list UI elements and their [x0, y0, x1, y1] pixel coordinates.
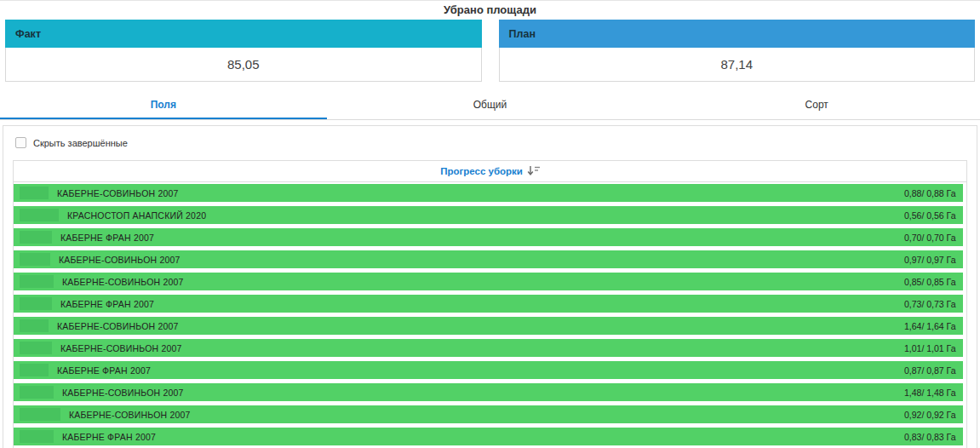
plan-card: План 87,14: [499, 20, 976, 82]
progress-bar: КАБЕРНЕ ФРАН 2007: [14, 361, 963, 379]
progress-bar: КАБЕРНЕ-СОВИНЬОН 2007: [14, 405, 963, 423]
hide-completed-checkbox[interactable]: [15, 137, 26, 148]
tab-fields[interactable]: Поля: [0, 92, 327, 119]
progress-rows: КАБЕРНЕ-СОВИНЬОН 2007 0,88/ 0,88 Га КРАС…: [14, 182, 966, 448]
plan-card-body: 87,14: [499, 48, 976, 82]
row-value: 1,48/ 1,48 Га: [904, 383, 956, 401]
row-label: КАБЕРНЕ ФРАН 2007: [60, 233, 154, 243]
redacted-field-name: [20, 187, 49, 199]
redacted-field-name: [20, 386, 54, 399]
table-header-label: Прогресс уборки: [440, 166, 523, 176]
table-row[interactable]: КАБЕРНЕ-СОВИНЬОН 2007 0,88/ 0,88 Га: [14, 184, 966, 202]
row-label: КАБЕРНЕ ФРАН 2007: [60, 299, 154, 309]
table-row[interactable]: КАБЕРНЕ-СОВИНЬОН 2007 0,92/ 0,92 Га: [14, 405, 966, 423]
redacted-field-name: [20, 408, 60, 421]
table-row[interactable]: КАБЕРНЕ-СОВИНЬОН 2007 1,48/ 1,48 Га: [14, 383, 966, 401]
row-value: 0,88/ 0,88 Га: [904, 184, 956, 202]
tab-general[interactable]: Общий: [327, 92, 654, 119]
row-value: 0,85/ 0,85 Га: [904, 273, 956, 290]
row-label: КАБЕРНЕ ФРАН 2007: [57, 365, 151, 376]
redacted-field-name: [20, 209, 59, 221]
progress-bar: КАБЕРНЕ-СОВИНЬОН 2007: [14, 339, 963, 357]
tab-bar: Поля Общий Сорт: [0, 92, 980, 120]
progress-table: Прогресс уборки КАБЕРНЕ-СОВИНЬОН 2007 0,…: [13, 160, 967, 448]
redacted-field-name: [20, 430, 54, 443]
row-value: 1,01/ 1,01 Га: [904, 339, 956, 357]
row-label: КАБЕРНЕ-СОВИНЬОН 2007: [60, 343, 182, 353]
fact-card-header: Факт: [5, 20, 482, 48]
row-label: КРАСНОСТОП АНАПСКИЙ 2020: [67, 210, 206, 221]
row-label: КАБЕРНЕ-СОВИНЬОН 2007: [69, 410, 191, 420]
row-value: 0,97/ 0,97 Га: [904, 250, 956, 268]
row-value: 1,64/ 1,64 Га: [904, 317, 956, 335]
row-label: КАБЕРНЕ-СОВИНЬОН 2007: [62, 277, 184, 287]
progress-bar: КАБЕРНЕ ФРАН 2007: [14, 228, 963, 246]
summary-cards: Факт 85,05 План 87,14: [0, 20, 980, 82]
progress-bar: КАБЕРНЕ-СОВИНЬОН 2007: [14, 273, 963, 290]
table-row[interactable]: КАБЕРНЕ ФРАН 2007 0,73/ 0,73 Га: [14, 295, 966, 313]
progress-bar: КАБЕРНЕ-СОВИНЬОН 2007: [14, 184, 963, 202]
redacted-field-name: [20, 297, 52, 310]
redacted-field-name: [20, 342, 52, 354]
progress-bar: КАБЕРНЕ-СОВИНЬОН 2007: [14, 250, 963, 268]
redacted-field-name: [20, 253, 50, 266]
progress-sort-header[interactable]: Прогресс уборки: [14, 161, 966, 182]
fields-panel: Скрыть завершённые Прогресс уборки КАБЕР…: [3, 125, 977, 448]
progress-bar: КАБЕРНЕ ФРАН 2007: [14, 428, 963, 445]
page-title: Убрано площади: [0, 1, 980, 20]
redacted-field-name: [20, 319, 49, 332]
table-row[interactable]: КАБЕРНЕ ФРАН 2007 0,87/ 0,87 Га: [14, 361, 966, 379]
fact-card: Факт 85,05: [5, 20, 482, 82]
fact-card-body: 85,05: [5, 48, 482, 82]
table-row[interactable]: КАБЕРНЕ-СОВИНЬОН 2007 0,97/ 0,97 Га: [14, 250, 966, 268]
table-row[interactable]: КАБЕРНЕ ФРАН 2007 0,70/ 0,70 Га: [14, 228, 966, 246]
redacted-field-name: [20, 275, 54, 288]
row-value: 0,73/ 0,73 Га: [904, 295, 956, 313]
row-value: 0,56/ 0,56 Га: [904, 206, 956, 224]
progress-bar: КАБЕРНЕ ФРАН 2007: [14, 295, 963, 313]
table-row[interactable]: КАБЕРНЕ-СОВИНЬОН 2007 1,64/ 1,64 Га: [14, 317, 966, 335]
hide-completed-row: Скрыть завершённые: [3, 126, 977, 156]
row-value: 0,83/ 0,83 Га: [904, 428, 956, 445]
row-label: КАБЕРНЕ ФРАН 2007: [62, 432, 156, 442]
progress-bar: КРАСНОСТОП АНАПСКИЙ 2020: [14, 206, 963, 224]
plan-card-value: 87,14: [720, 57, 753, 72]
row-value: 0,70/ 0,70 Га: [904, 228, 956, 246]
progress-bar: КАБЕРНЕ-СОВИНЬОН 2007: [14, 317, 963, 335]
fact-card-value: 85,05: [227, 57, 260, 72]
row-value: 0,87/ 0,87 Га: [904, 361, 956, 379]
row-label: КАБЕРНЕ-СОВИНЬОН 2007: [57, 321, 179, 331]
hide-completed-label: Скрыть завершённые: [33, 138, 128, 148]
progress-bar: КАБЕРНЕ-СОВИНЬОН 2007: [14, 383, 963, 401]
fact-card-label: Факт: [15, 28, 41, 40]
table-row[interactable]: КАБЕРНЕ ФРАН 2007 0,83/ 0,83 Га: [14, 428, 966, 445]
tab-variety[interactable]: Сорт: [653, 92, 980, 119]
sort-descending-icon: [527, 164, 540, 180]
plan-card-header: План: [499, 20, 976, 48]
redacted-field-name: [20, 231, 52, 244]
plan-card-label: План: [509, 28, 536, 40]
table-row[interactable]: КАБЕРНЕ-СОВИНЬОН 2007 1,01/ 1,01 Га: [14, 339, 966, 357]
row-label: КАБЕРНЕ-СОВИНЬОН 2007: [59, 255, 181, 265]
table-row[interactable]: КАБЕРНЕ-СОВИНЬОН 2007 0,85/ 0,85 Га: [14, 273, 966, 290]
row-value: 0,92/ 0,92 Га: [904, 405, 956, 423]
row-label: КАБЕРНЕ-СОВИНЬОН 2007: [57, 188, 179, 198]
row-label: КАБЕРНЕ-СОВИНЬОН 2007: [62, 388, 184, 398]
redacted-field-name: [20, 364, 49, 376]
table-row[interactable]: КРАСНОСТОП АНАПСКИЙ 2020 0,56/ 0,56 Га: [14, 206, 966, 224]
